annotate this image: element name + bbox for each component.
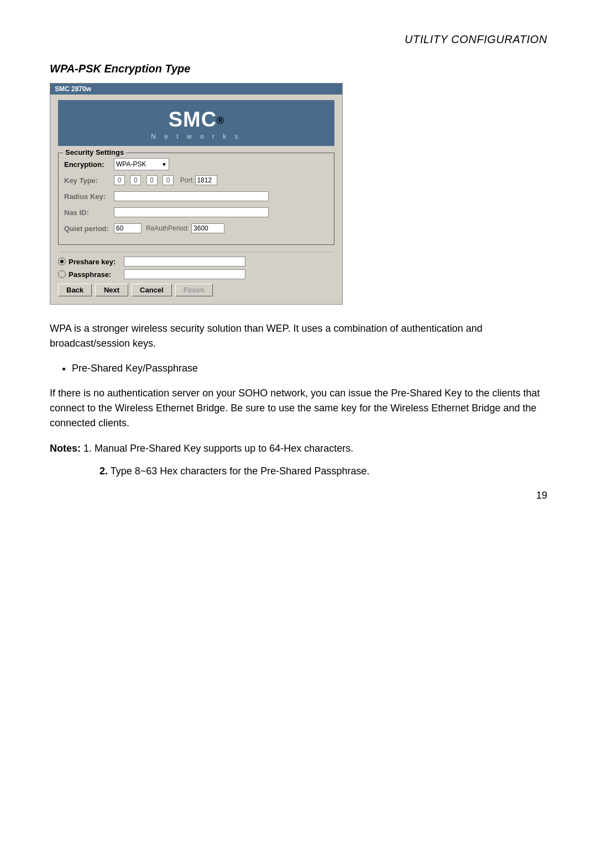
ip-dot-1: .: [127, 176, 128, 184]
dialog-buttons: Back Next Cancel Finish: [58, 284, 334, 296]
dialog-titlebar: SMC 2870w: [50, 83, 342, 95]
quiet-period-label: Quiet period:: [64, 224, 114, 233]
passphrase-radio[interactable]: [58, 270, 66, 278]
preshare-key-input[interactable]: [124, 257, 245, 266]
next-button[interactable]: Next: [95, 284, 128, 296]
radius-key-label: Radius Key:: [64, 192, 114, 201]
dialog-body: SMC® N e t w o r k s Security Settings E…: [50, 95, 342, 304]
ip-dot-3: .: [159, 176, 161, 184]
section-heading: WPA-PSK Encryption Type: [50, 62, 547, 75]
security-settings-group: Security Settings Encryption: WPA-PSK ▼ …: [58, 153, 334, 245]
nas-id-row: Nas ID:: [64, 206, 328, 219]
smc-networks-text: N e t w o r k s: [58, 133, 334, 140]
notes-section: Notes: 1. Manual Pre-Shared Key supports…: [50, 441, 547, 479]
notes-label: Notes:: [50, 443, 81, 454]
body-paragraph-1: WPA is a stronger wireless security solu…: [50, 321, 547, 351]
notes-para: Notes: 1. Manual Pre-Shared Key supports…: [50, 441, 547, 457]
key-type-inputs: . . . Port:: [114, 175, 217, 185]
preshare-key-row: Preshare key:: [58, 257, 334, 266]
note2-item: 2. Type 8~63 Hex characters for the Pre-…: [100, 463, 547, 479]
bullet-list: Pre-Shared Key/Passphrase: [72, 361, 547, 376]
ip-seg-2[interactable]: [130, 175, 141, 185]
smc-logo-text: SMC: [169, 108, 217, 131]
preshare-key-label: Preshare key:: [69, 258, 124, 266]
note1-text: Manual Pre-Shared Key supports up to 64-…: [95, 443, 353, 454]
back-button[interactable]: Back: [58, 284, 92, 296]
key-type-label: Key Type:: [64, 176, 114, 185]
encryption-row: Encryption: WPA-PSK ▼: [64, 158, 328, 171]
smc-reg-symbol: ®: [217, 115, 224, 126]
ip-seg-3[interactable]: [146, 175, 158, 185]
ip-seg-1[interactable]: [114, 175, 125, 185]
reauth-label: ReAuthPeriod:: [146, 224, 189, 232]
passphrase-row: Passphrase:: [58, 269, 334, 279]
ip-dot-2: .: [143, 176, 144, 184]
security-group-legend: Security Settings: [63, 148, 126, 156]
body-paragraph-2: If there is no authentication server on …: [50, 386, 547, 431]
nas-id-label: Nas ID:: [64, 208, 114, 217]
page: UTILITY CONFIGURATION WPA-PSK Encryption…: [0, 0, 597, 529]
port-label: Port:: [180, 176, 194, 184]
smc-logo: SMC®: [58, 108, 334, 132]
reauth-input[interactable]: [191, 223, 224, 233]
preshare-section: Preshare key: Passphrase:: [58, 252, 334, 279]
ip-seg-4[interactable]: [163, 175, 174, 185]
preshare-radio[interactable]: [58, 258, 66, 265]
key-type-row: Key Type: . . . Port:: [64, 174, 328, 187]
passphrase-input[interactable]: [124, 269, 245, 279]
page-title: UTILITY CONFIGURATION: [50, 33, 547, 46]
finish-button[interactable]: Finish: [175, 284, 213, 296]
page-number: 19: [536, 490, 547, 501]
note1-num: 1.: [83, 443, 92, 454]
port-input[interactable]: [195, 175, 217, 185]
dialog-box: SMC 2870w SMC® N e t w o r k s Security …: [50, 83, 343, 305]
quiet-period-row: Quiet period: ReAuthPeriod:: [64, 222, 328, 235]
logo-area: SMC® N e t w o r k s: [58, 100, 334, 146]
note2-text: Type 8~63 Hex characters for the Pre-Sha…: [111, 466, 370, 477]
title-utility: UTILITY CONFIGURATION: [405, 33, 547, 45]
encryption-select[interactable]: WPA-PSK ▼: [114, 158, 169, 170]
bullet-item-1: Pre-Shared Key/Passphrase: [72, 361, 547, 376]
radio-selected-dot: [60, 260, 64, 263]
cancel-button[interactable]: Cancel: [132, 284, 172, 296]
radius-key-input[interactable]: [114, 191, 269, 201]
encryption-value: WPA-PSK: [116, 160, 146, 168]
dialog-wrapper: SMC 2870w SMC® N e t w o r k s Security …: [50, 83, 547, 305]
radius-key-row: Radius Key:: [64, 190, 328, 203]
encryption-label: Encryption:: [64, 160, 114, 169]
dropdown-arrow-icon: ▼: [161, 161, 167, 168]
passphrase-label: Passphrase:: [69, 270, 124, 279]
nas-id-input[interactable]: [114, 207, 269, 217]
quiet-period-input[interactable]: [114, 223, 142, 233]
note2-num: 2.: [100, 466, 108, 477]
